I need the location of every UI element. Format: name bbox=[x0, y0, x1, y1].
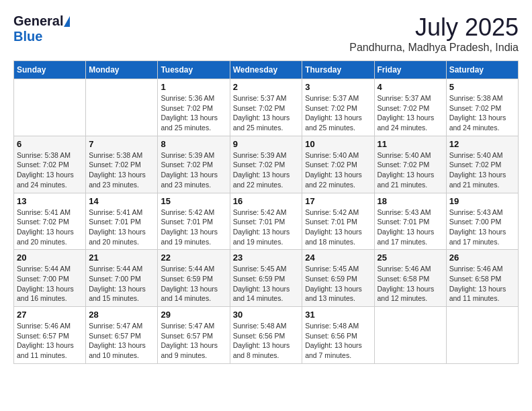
day-number: 13 bbox=[17, 196, 83, 206]
calendar-cell bbox=[374, 307, 446, 364]
calendar-cell: 11Sunrise: 5:40 AM Sunset: 7:02 PM Dayli… bbox=[374, 136, 446, 193]
week-row-4: 20Sunrise: 5:44 AM Sunset: 7:00 PM Dayli… bbox=[14, 250, 519, 307]
day-number: 3 bbox=[305, 82, 371, 92]
day-number: 16 bbox=[233, 196, 300, 206]
calendar-cell: 28Sunrise: 5:47 AM Sunset: 6:57 PM Dayli… bbox=[86, 307, 158, 364]
week-row-5: 27Sunrise: 5:46 AM Sunset: 6:57 PM Dayli… bbox=[14, 307, 519, 364]
day-number: 24 bbox=[305, 253, 371, 263]
day-number: 14 bbox=[89, 196, 154, 206]
weekday-header-thursday: Thursday bbox=[302, 61, 374, 79]
day-number: 27 bbox=[17, 310, 83, 320]
calendar-cell: 21Sunrise: 5:44 AM Sunset: 7:00 PM Dayli… bbox=[86, 250, 158, 307]
calendar-cell: 9Sunrise: 5:39 AM Sunset: 7:02 PM Daylig… bbox=[230, 136, 302, 193]
month-year-title: July 2025 bbox=[349, 13, 519, 42]
calendar-cell: 26Sunrise: 5:46 AM Sunset: 6:58 PM Dayli… bbox=[446, 250, 518, 307]
calendar-cell: 19Sunrise: 5:43 AM Sunset: 7:00 PM Dayli… bbox=[446, 193, 518, 250]
day-number: 12 bbox=[449, 139, 515, 149]
calendar-cell: 5Sunrise: 5:38 AM Sunset: 7:02 PM Daylig… bbox=[446, 79, 518, 136]
weekday-header-friday: Friday bbox=[374, 61, 446, 79]
day-info: Sunrise: 5:37 AM Sunset: 7:02 PM Dayligh… bbox=[378, 93, 443, 133]
day-info: Sunrise: 5:46 AM Sunset: 6:58 PM Dayligh… bbox=[449, 264, 515, 304]
calendar-cell: 13Sunrise: 5:41 AM Sunset: 7:02 PM Dayli… bbox=[14, 193, 86, 250]
calendar-cell: 16Sunrise: 5:42 AM Sunset: 7:01 PM Dayli… bbox=[230, 193, 302, 250]
day-info: Sunrise: 5:41 AM Sunset: 7:01 PM Dayligh… bbox=[89, 208, 154, 247]
day-number: 6 bbox=[17, 139, 83, 149]
day-number: 4 bbox=[378, 82, 443, 92]
calendar-cell: 3Sunrise: 5:37 AM Sunset: 7:02 PM Daylig… bbox=[302, 79, 374, 136]
day-number: 11 bbox=[378, 139, 443, 149]
day-number: 28 bbox=[89, 310, 154, 320]
day-info: Sunrise: 5:38 AM Sunset: 7:02 PM Dayligh… bbox=[17, 150, 83, 190]
calendar-cell: 31Sunrise: 5:48 AM Sunset: 6:56 PM Dayli… bbox=[302, 307, 374, 364]
calendar-table: SundayMondayTuesdayWednesdayThursdayFrid… bbox=[13, 60, 519, 364]
day-number: 2 bbox=[233, 82, 300, 92]
day-info: Sunrise: 5:42 AM Sunset: 7:01 PM Dayligh… bbox=[161, 208, 226, 247]
day-number: 31 bbox=[305, 310, 371, 320]
day-number: 10 bbox=[305, 139, 371, 149]
calendar-cell: 10Sunrise: 5:40 AM Sunset: 7:02 PM Dayli… bbox=[302, 136, 374, 193]
logo: General Blue bbox=[13, 13, 70, 44]
weekday-header-monday: Monday bbox=[86, 61, 158, 79]
day-info: Sunrise: 5:44 AM Sunset: 6:59 PM Dayligh… bbox=[161, 264, 226, 304]
day-number: 15 bbox=[161, 196, 226, 206]
calendar-cell: 7Sunrise: 5:38 AM Sunset: 7:02 PM Daylig… bbox=[86, 136, 158, 193]
calendar-cell bbox=[86, 79, 158, 136]
day-number: 20 bbox=[17, 253, 83, 263]
calendar-cell: 25Sunrise: 5:46 AM Sunset: 6:58 PM Dayli… bbox=[374, 250, 446, 307]
day-info: Sunrise: 5:42 AM Sunset: 7:01 PM Dayligh… bbox=[305, 208, 371, 247]
day-info: Sunrise: 5:45 AM Sunset: 6:59 PM Dayligh… bbox=[305, 264, 371, 304]
day-number: 1 bbox=[161, 82, 226, 92]
day-number: 19 bbox=[449, 196, 515, 206]
day-number: 22 bbox=[161, 253, 226, 263]
calendar-cell bbox=[446, 307, 518, 364]
day-info: Sunrise: 5:48 AM Sunset: 6:56 PM Dayligh… bbox=[233, 321, 300, 361]
day-info: Sunrise: 5:36 AM Sunset: 7:02 PM Dayligh… bbox=[161, 93, 226, 133]
day-info: Sunrise: 5:39 AM Sunset: 7:02 PM Dayligh… bbox=[161, 150, 226, 190]
logo-general: General bbox=[13, 13, 63, 29]
week-row-1: 1Sunrise: 5:36 AM Sunset: 7:02 PM Daylig… bbox=[14, 79, 519, 136]
location-subtitle: Pandhurna, Madhya Pradesh, India bbox=[349, 42, 519, 54]
calendar-cell: 1Sunrise: 5:36 AM Sunset: 7:02 PM Daylig… bbox=[158, 79, 230, 136]
day-info: Sunrise: 5:43 AM Sunset: 7:01 PM Dayligh… bbox=[378, 208, 443, 247]
day-info: Sunrise: 5:37 AM Sunset: 7:02 PM Dayligh… bbox=[233, 93, 300, 133]
day-info: Sunrise: 5:40 AM Sunset: 7:02 PM Dayligh… bbox=[378, 150, 443, 190]
day-info: Sunrise: 5:39 AM Sunset: 7:02 PM Dayligh… bbox=[233, 150, 300, 190]
calendar-cell: 17Sunrise: 5:42 AM Sunset: 7:01 PM Dayli… bbox=[302, 193, 374, 250]
day-info: Sunrise: 5:44 AM Sunset: 7:00 PM Dayligh… bbox=[17, 264, 83, 304]
weekday-header-row: SundayMondayTuesdayWednesdayThursdayFrid… bbox=[14, 61, 519, 79]
day-info: Sunrise: 5:38 AM Sunset: 7:02 PM Dayligh… bbox=[89, 150, 154, 190]
day-info: Sunrise: 5:48 AM Sunset: 6:56 PM Dayligh… bbox=[305, 321, 371, 361]
calendar-cell: 12Sunrise: 5:40 AM Sunset: 7:02 PM Dayli… bbox=[446, 136, 518, 193]
day-number: 18 bbox=[378, 196, 443, 206]
day-info: Sunrise: 5:37 AM Sunset: 7:02 PM Dayligh… bbox=[305, 93, 371, 133]
day-number: 7 bbox=[89, 139, 154, 149]
day-info: Sunrise: 5:43 AM Sunset: 7:00 PM Dayligh… bbox=[449, 208, 515, 247]
day-info: Sunrise: 5:40 AM Sunset: 7:02 PM Dayligh… bbox=[449, 150, 515, 190]
day-info: Sunrise: 5:40 AM Sunset: 7:02 PM Dayligh… bbox=[305, 150, 371, 190]
logo-triangle-icon bbox=[64, 16, 70, 27]
day-number: 26 bbox=[449, 253, 515, 263]
day-info: Sunrise: 5:47 AM Sunset: 6:57 PM Dayligh… bbox=[89, 321, 154, 361]
weekday-header-wednesday: Wednesday bbox=[230, 61, 302, 79]
calendar-cell: 18Sunrise: 5:43 AM Sunset: 7:01 PM Dayli… bbox=[374, 193, 446, 250]
calendar-cell: 24Sunrise: 5:45 AM Sunset: 6:59 PM Dayli… bbox=[302, 250, 374, 307]
day-info: Sunrise: 5:45 AM Sunset: 6:59 PM Dayligh… bbox=[233, 264, 300, 304]
weekday-header-sunday: Sunday bbox=[14, 61, 86, 79]
calendar-cell: 20Sunrise: 5:44 AM Sunset: 7:00 PM Dayli… bbox=[14, 250, 86, 307]
title-section: July 2025 Pandhurna, Madhya Pradesh, Ind… bbox=[349, 13, 519, 54]
calendar-cell: 22Sunrise: 5:44 AM Sunset: 6:59 PM Dayli… bbox=[158, 250, 230, 307]
day-number: 5 bbox=[449, 82, 515, 92]
day-info: Sunrise: 5:47 AM Sunset: 6:57 PM Dayligh… bbox=[161, 321, 226, 361]
day-number: 17 bbox=[305, 196, 371, 206]
calendar-cell: 4Sunrise: 5:37 AM Sunset: 7:02 PM Daylig… bbox=[374, 79, 446, 136]
day-number: 30 bbox=[233, 310, 300, 320]
day-number: 25 bbox=[378, 253, 443, 263]
day-number: 8 bbox=[161, 139, 226, 149]
day-number: 29 bbox=[161, 310, 226, 320]
weekday-header-tuesday: Tuesday bbox=[158, 61, 230, 79]
calendar-cell: 14Sunrise: 5:41 AM Sunset: 7:01 PM Dayli… bbox=[86, 193, 158, 250]
calendar-cell bbox=[14, 79, 86, 136]
day-info: Sunrise: 5:38 AM Sunset: 7:02 PM Dayligh… bbox=[449, 93, 515, 133]
calendar-cell: 29Sunrise: 5:47 AM Sunset: 6:57 PM Dayli… bbox=[158, 307, 230, 364]
day-info: Sunrise: 5:44 AM Sunset: 7:00 PM Dayligh… bbox=[89, 264, 154, 304]
